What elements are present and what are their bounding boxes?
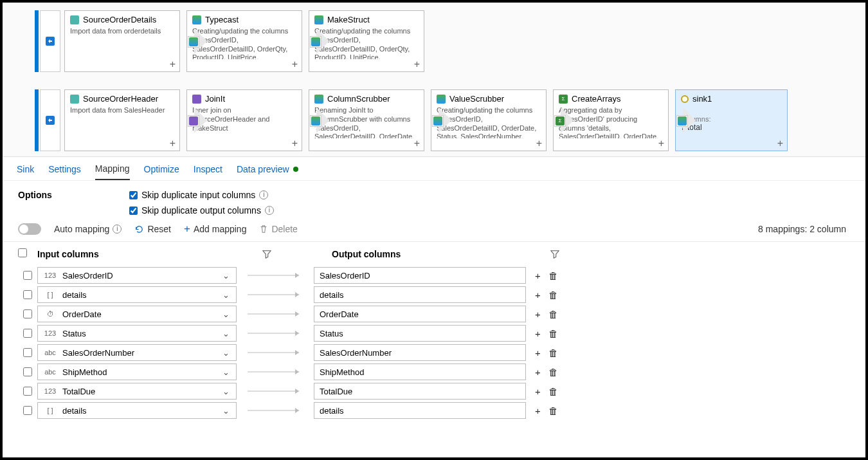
output-column-input[interactable]: OrderDate xyxy=(314,306,526,322)
flow-node[interactable]: SourceOrderDetailsImport data from order… xyxy=(64,10,180,72)
chevron-down-icon[interactable]: ⌄ xyxy=(221,271,231,281)
output-column-input[interactable]: ShipMethod xyxy=(314,363,526,380)
row-checkbox[interactable] xyxy=(23,406,32,415)
output-column-name: ShipMethod xyxy=(320,367,364,377)
tab-data-preview[interactable]: Data preview xyxy=(237,163,298,180)
tab-preview-label: Data preview xyxy=(237,164,289,174)
add-step-button[interactable]: + xyxy=(658,138,664,149)
add-step-button[interactable]: + xyxy=(414,138,420,149)
node-title: ValueScrubber xyxy=(449,94,504,104)
add-mapping-label: Add mapping xyxy=(194,224,247,234)
row-checkbox[interactable] xyxy=(23,329,32,338)
info-icon[interactable]: i xyxy=(113,225,122,234)
add-row-button[interactable]: + xyxy=(535,309,541,320)
input-column-select[interactable]: abcShipMethod⌄ xyxy=(37,363,237,380)
row-checkbox[interactable] xyxy=(23,290,32,299)
delete-row-button[interactable]: 🗑 xyxy=(548,405,558,416)
input-column-select[interactable]: 123SalesOrderID⌄ xyxy=(37,267,237,284)
chevron-down-icon[interactable]: ⌄ xyxy=(221,367,231,377)
mapping-row: [ ]details⌄details+🗑 xyxy=(18,285,853,304)
delete-row-button[interactable]: 🗑 xyxy=(548,367,558,378)
source-icon[interactable] xyxy=(40,10,60,72)
row-checkbox[interactable] xyxy=(23,271,32,280)
row-checkbox[interactable] xyxy=(23,309,32,318)
select-all-checkbox[interactable] xyxy=(18,248,27,257)
delete-row-button[interactable]: 🗑 xyxy=(548,328,558,339)
skip-input-columns-checkbox[interactable]: Skip duplicate input columns i xyxy=(129,190,274,200)
output-column-input[interactable]: details xyxy=(314,286,526,303)
step-type-icon xyxy=(310,36,321,48)
output-column-input[interactable]: TotalDue xyxy=(314,383,526,400)
source-icon[interactable] xyxy=(40,89,60,151)
input-column-select[interactable]: abcSalesOrderNumber⌄ xyxy=(37,344,237,361)
add-step-button[interactable]: + xyxy=(170,59,176,70)
add-step-button[interactable]: + xyxy=(777,138,783,149)
input-column-select[interactable]: [ ]details⌄ xyxy=(37,286,237,303)
tab-optimize[interactable]: Optimize xyxy=(144,163,179,180)
node-desc: Creating/updating the columns 'SalesOrde… xyxy=(314,27,419,59)
output-column-input[interactable]: SalesOrderNumber xyxy=(314,344,526,361)
add-step-button[interactable]: + xyxy=(292,138,298,149)
chevron-down-icon[interactable]: ⌄ xyxy=(221,329,231,338)
chevron-down-icon[interactable]: ⌄ xyxy=(221,348,231,358)
filter-icon[interactable] xyxy=(262,250,271,259)
add-row-button[interactable]: + xyxy=(535,367,541,378)
input-column-select[interactable]: 123Status⌄ xyxy=(37,325,237,342)
tab-mapping[interactable]: Mapping xyxy=(95,163,130,180)
delete-button[interactable]: Delete xyxy=(259,224,297,234)
mapping-arrow xyxy=(237,349,314,356)
chevron-down-icon[interactable]: ⌄ xyxy=(221,387,231,396)
delete-row-button[interactable]: 🗑 xyxy=(548,347,558,358)
skip-output-columns-checkbox[interactable]: Skip duplicate output columns i xyxy=(129,205,274,216)
delete-row-button[interactable]: 🗑 xyxy=(548,309,558,320)
add-row-button[interactable]: + xyxy=(535,405,541,416)
skip-output-check[interactable] xyxy=(129,207,138,215)
reset-button[interactable]: Reset xyxy=(134,224,171,234)
output-column-input[interactable]: SalesOrderID xyxy=(314,267,526,284)
row-checkbox[interactable] xyxy=(23,367,32,376)
add-row-button[interactable]: + xyxy=(535,328,541,339)
flow-node[interactable]: SourceOrderHeaderImport data from SalesH… xyxy=(64,89,180,151)
delete-row-button[interactable]: 🗑 xyxy=(548,386,558,397)
chevron-down-icon[interactable]: ⌄ xyxy=(221,290,231,300)
tab-inspect[interactable]: Inspect xyxy=(194,163,222,180)
row-checkbox[interactable] xyxy=(23,348,32,357)
info-icon[interactable]: i xyxy=(265,206,274,215)
automap-toggle[interactable] xyxy=(18,223,41,235)
chevron-down-icon[interactable]: ⌄ xyxy=(221,406,231,416)
add-step-button[interactable]: + xyxy=(414,59,420,70)
add-step-button[interactable]: + xyxy=(170,138,176,149)
info-icon[interactable]: i xyxy=(259,190,268,199)
add-row-button[interactable]: + xyxy=(535,290,541,300)
mapping-row: [ ]details⌄details+🗑 xyxy=(18,401,853,420)
add-step-button[interactable]: + xyxy=(292,59,298,70)
delete-row-button[interactable]: 🗑 xyxy=(548,290,558,300)
skip-input-check[interactable] xyxy=(129,191,138,199)
output-column-input[interactable]: details xyxy=(314,402,526,419)
mapping-arrow xyxy=(237,291,314,298)
flow-canvas[interactable]: SourceOrderDetailsImport data from order… xyxy=(3,3,865,157)
mapping-rows: 123SalesOrderID⌄SalesOrderID+🗑[ ]details… xyxy=(3,266,865,427)
add-mapping-button[interactable]: + Add mapping xyxy=(184,224,246,234)
node-title: Typecast xyxy=(205,15,239,24)
delete-row-button[interactable]: 🗑 xyxy=(548,270,558,281)
tab-sink[interactable]: Sink xyxy=(17,163,34,180)
tab-settings[interactable]: Settings xyxy=(48,163,81,180)
chevron-down-icon[interactable]: ⌄ xyxy=(221,309,231,319)
reset-icon xyxy=(134,225,144,234)
reset-label: Reset xyxy=(147,224,171,234)
flow-connector xyxy=(675,89,694,151)
node-title: ColumnScrubber xyxy=(327,94,390,104)
input-column-select[interactable]: ⏱OrderDate⌄ xyxy=(37,306,237,322)
input-column-select[interactable]: [ ]details⌄ xyxy=(37,402,237,419)
add-row-button[interactable]: + xyxy=(535,270,541,281)
add-row-button[interactable]: + xyxy=(535,347,541,358)
add-row-button[interactable]: + xyxy=(535,386,541,397)
input-column-select[interactable]: 123TotalDue⌄ xyxy=(37,383,237,400)
flow-connector xyxy=(309,89,328,151)
filter-icon[interactable] xyxy=(550,250,559,259)
input-column-name: Status xyxy=(62,329,86,338)
add-step-button[interactable]: + xyxy=(536,138,542,149)
output-column-input[interactable]: Status xyxy=(314,325,526,342)
row-checkbox[interactable] xyxy=(23,387,32,396)
